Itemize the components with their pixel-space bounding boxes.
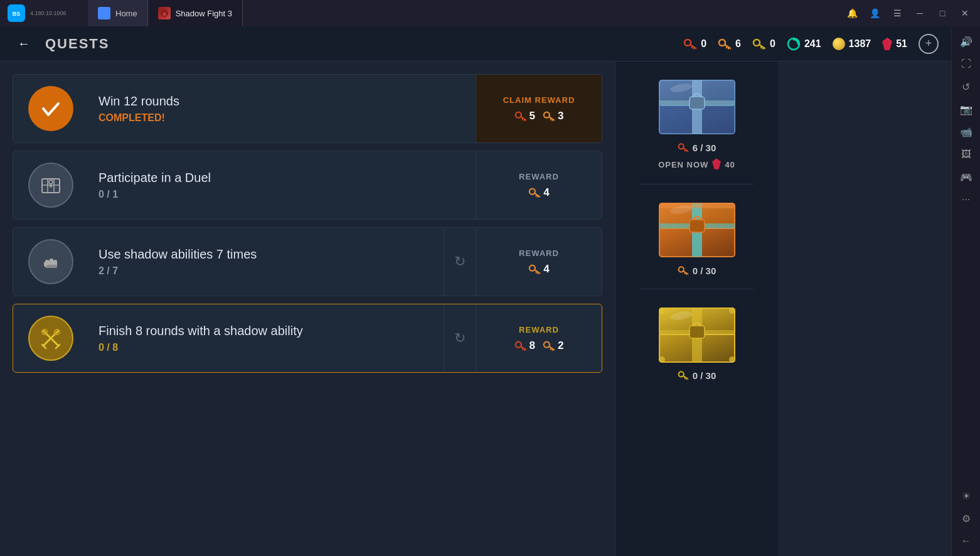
back-button[interactable]: ← (13, 33, 35, 55)
quest-info-4: Finish 8 rounds with a shadow ability 0 … (88, 304, 444, 372)
menu-icon[interactable]: ☰ (887, 3, 907, 23)
home-tab-icon (98, 7, 110, 19)
volume-icon[interactable]: 🔊 (956, 31, 976, 51)
gem-icon (882, 38, 892, 50)
game-tab-icon: ⚔ (158, 7, 171, 19)
blue-chest-svg (653, 74, 741, 137)
game-header: ← QUESTS 0 6 (0, 26, 951, 61)
page-title: QUESTS (45, 36, 109, 52)
tab-home[interactable]: Home (88, 0, 148, 26)
quest-icon-completed (28, 86, 73, 131)
svg-line-82 (683, 271, 688, 274)
refresh-icon-4[interactable]: ↻ (444, 304, 476, 372)
reward-keys-4: 8 2 (514, 339, 564, 352)
svg-rect-78 (690, 220, 705, 232)
orange-chest-keys-count: 0 / 30 (693, 265, 716, 276)
chest-panel: 6 / 30 OPEN NOW 40 (615, 61, 778, 556)
refresh-icon-3[interactable]: ↻ (444, 228, 476, 296)
quest-title-4: Finish 8 rounds with a shadow ability (99, 324, 434, 338)
orange-chest-key-icon (678, 265, 689, 276)
tab-game-label: Shadow Fight 3 (176, 9, 232, 18)
gold-chest-item: 0 / 30 (626, 302, 768, 381)
gamepad-icon[interactable]: 🎮 (956, 167, 976, 187)
header-resources: 0 6 0 (683, 34, 939, 54)
blue-chest-item: 6 / 30 OPEN NOW 40 (626, 74, 768, 171)
orange-chest-item: 0 / 30 (626, 197, 768, 276)
back-sidebar-icon[interactable]: ← (956, 531, 976, 551)
quest-icon-area-1 (13, 75, 88, 142)
tab-game[interactable]: ⚔ Shadow Fight 3 (148, 0, 243, 26)
svg-line-20 (521, 116, 526, 119)
blue-chest-image (653, 74, 741, 137)
yellow-key-value: 0 (770, 38, 775, 50)
quest-icon-area-3 (13, 228, 88, 296)
account-icon[interactable]: 👤 (865, 3, 885, 23)
gem-resource: 51 (882, 38, 907, 50)
more-icon[interactable]: ··· (956, 190, 976, 210)
quest-icon-area-2 (13, 151, 88, 219)
gem-icon-blue (712, 158, 721, 171)
reward-label-3: REWARD (519, 249, 559, 258)
gold-chest-svg (653, 302, 741, 365)
quest-title-2: Participate in a Duel (99, 171, 466, 185)
svg-line-5 (690, 45, 696, 48)
reward-key-orange-3: 4 (528, 263, 549, 275)
orange-chest-keys: 0 / 30 (678, 265, 716, 276)
orange-chest-image (653, 197, 741, 260)
reward-key-orange-4: 2 (543, 339, 563, 352)
svg-line-9 (725, 45, 730, 48)
quest-item-shadow-abilities: Use shadow abilities 7 times 2 / 7 ↻ REW… (13, 227, 602, 296)
bluestacks-logo-area: BS 4.180.10.1006 (0, 4, 88, 22)
claim-reward-button[interactable]: CLAIM REWARD 5 (476, 75, 602, 142)
quest-item-win-rounds: Win 12 rounds COMPLETED! CLAIM REWARD (13, 74, 602, 143)
svg-point-92 (659, 356, 665, 363)
content-area: Win 12 rounds COMPLETED! CLAIM REWARD (0, 61, 951, 556)
gold-chest-key-icon (678, 370, 689, 381)
reward-label-1: CLAIM REWARD (503, 95, 575, 105)
reward-key-orange-1: 3 (543, 110, 563, 122)
svg-line-44 (535, 269, 540, 272)
reward-label-2: REWARD (519, 172, 559, 181)
gold-chest-keys: 0 / 30 (678, 370, 716, 381)
quest-info-2: Participate in a Duel 0 / 1 (88, 151, 476, 219)
gold-chest-image (653, 302, 741, 365)
quest-icon-area-4 (13, 304, 88, 372)
red-key-resource: 0 (683, 37, 706, 51)
minimize-button[interactable]: ─ (910, 3, 930, 23)
quest-reward-2: REWARD 4 (476, 151, 602, 219)
bell-icon[interactable]: 🔔 (842, 3, 862, 23)
svg-line-13 (759, 45, 765, 48)
bluestacks-logo: BS (8, 4, 25, 22)
svg-point-31 (49, 180, 53, 184)
coin-resource: 1387 (833, 38, 871, 50)
settings-icon[interactable]: ⚙ (956, 508, 976, 528)
spinner-icon (787, 37, 801, 51)
svg-line-24 (549, 116, 554, 119)
image-icon[interactable]: 🖼 (956, 144, 976, 164)
screenshot-icon[interactable]: 📷 (956, 99, 976, 119)
svg-text:BS: BS (13, 11, 21, 17)
add-resources-button[interactable]: + (919, 34, 939, 54)
svg-rect-67 (690, 97, 705, 109)
quest-status-3: 2 / 7 (99, 265, 434, 277)
orange-key-icon (718, 37, 732, 51)
blue-chest-open-button[interactable]: OPEN NOW 40 (658, 158, 735, 171)
expand-icon[interactable]: ⛶ (956, 54, 976, 74)
spinner-resource: 241 (787, 37, 821, 51)
reward-count-orange-3: 4 (543, 263, 549, 275)
quest-status-4: 0 / 8 (99, 342, 434, 353)
maximize-button[interactable]: □ (932, 3, 952, 23)
quest-icon-fist (28, 239, 73, 284)
rotate-icon[interactable]: ↺ (956, 77, 976, 97)
game-area: ← QUESTS 0 6 (0, 26, 951, 556)
brightness-icon[interactable]: ☀ (956, 486, 976, 506)
svg-line-96 (683, 376, 688, 379)
orange-key-resource: 6 (718, 37, 741, 51)
video-icon[interactable]: 📹 (956, 122, 976, 142)
close-button[interactable]: ✕ (955, 3, 975, 23)
orange-chest-svg (653, 197, 741, 260)
titlebar: BS 4.180.10.1006 Home ⚔ Shadow Fight 3 🔔… (0, 0, 980, 26)
reward-count-orange-2: 4 (543, 186, 549, 199)
bluestacks-sidebar: 🔊 ⛶ ↺ 📷 📹 🖼 🎮 ··· ☀ ⚙ ← (951, 26, 980, 556)
red-key-value: 0 (701, 38, 706, 50)
